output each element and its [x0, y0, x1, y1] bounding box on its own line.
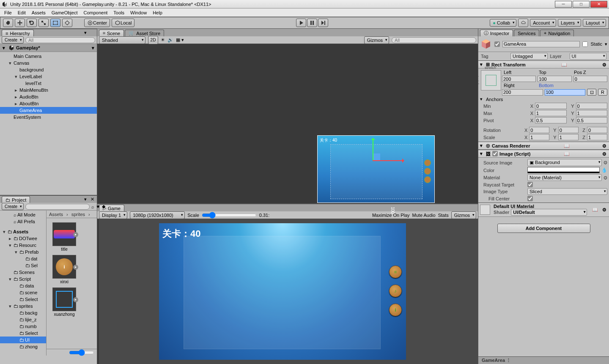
rect-tool[interactable]: [50, 19, 60, 27]
panel-options-icon[interactable]: ▾: [82, 196, 88, 202]
rot-x[interactable]: [529, 127, 549, 133]
hierarchy-tab[interactable]: ≡Hierarchy: [2, 30, 34, 36]
hierarchy-item[interactable]: ▾LevelLabel: [0, 73, 97, 80]
fold-icon[interactable]: ▾: [480, 62, 484, 67]
project-asset[interactable]: ▸xuanzhong: [51, 287, 78, 317]
scale-y[interactable]: [558, 134, 579, 140]
hierarchy-item[interactable]: EventSystem: [0, 114, 97, 120]
hierarchy-item[interactable]: ▸AudioBtn: [0, 93, 97, 100]
project-tree-item[interactable]: 🗀Sel: [0, 262, 46, 269]
menu-edit[interactable]: Edit: [18, 10, 26, 15]
scene-view[interactable]: 关卡：40 100: [97, 44, 478, 203]
scale-z[interactable]: [587, 134, 607, 140]
scale-x[interactable]: [529, 134, 549, 140]
space-local-toggle[interactable]: Local: [112, 19, 134, 27]
anchor-max-x[interactable]: [535, 110, 567, 116]
project-tree-item[interactable]: 🗀UI: [0, 337, 46, 343]
image-type-dropdown[interactable]: Sliced: [527, 188, 607, 195]
project-grid[interactable]: ▸titlei▸xinxi▸xuanzhong: [47, 218, 97, 349]
fav-filter-icon[interactable]: ★: [96, 204, 100, 209]
source-image-field[interactable]: ▣ Background: [527, 159, 602, 166]
filter-icon[interactable]: ⌕: [91, 204, 94, 209]
services-tab[interactable]: Services: [514, 30, 539, 36]
fold-icon[interactable]: ▾: [480, 151, 484, 156]
layer-dropdown[interactable]: UI: [570, 53, 607, 60]
type-filter-icon[interactable]: ◆: [102, 204, 105, 209]
account-dropdown[interactable]: Account: [530, 19, 556, 27]
game-about-button[interactable]: i: [389, 304, 402, 316]
project-tree-item[interactable]: ▾🗀Prefab: [0, 249, 46, 255]
hierarchy-tree[interactable]: Main Camera▾Canvasbackground▾LevelLabell…: [0, 52, 97, 195]
component-help-icon[interactable]: 📖: [561, 62, 566, 67]
navigation-tab[interactable]: ⌖Navigation: [540, 30, 574, 36]
pivot-y[interactable]: [576, 117, 608, 123]
top-field[interactable]: [538, 76, 571, 82]
anchor-min-x[interactable]: [535, 103, 567, 109]
menu-help[interactable]: Help: [153, 10, 162, 15]
project-tree-item[interactable]: ▾🗀Script: [0, 276, 46, 282]
object-picker-icon[interactable]: ⊙: [604, 160, 607, 165]
scene-context-icon[interactable]: ▾: [92, 45, 94, 51]
project-tree-item[interactable]: ▾🗀Resourc: [0, 242, 46, 249]
fold-icon[interactable]: ▾: [480, 143, 484, 148]
right-field[interactable]: [502, 89, 543, 96]
project-tree-item[interactable]: 🗀zhong: [0, 343, 46, 350]
cloud-button[interactable]: [518, 19, 528, 27]
hierarchy-item[interactable]: ▸AboutBtn: [0, 100, 97, 107]
panel-options-icon[interactable]: ▾: [82, 30, 88, 36]
tag-dropdown[interactable]: Untagged: [510, 53, 548, 60]
object-picker-icon[interactable]: ⊙: [604, 175, 607, 181]
hierarchy-item[interactable]: ▸MainMenuBtn: [0, 87, 97, 93]
asset-store-tab[interactable]: 🛒Asset Store: [125, 30, 164, 36]
static-checkbox[interactable]: [582, 41, 588, 47]
anchor-max-y[interactable]: [576, 110, 608, 116]
fill-center-checkbox[interactable]: [527, 196, 533, 201]
hierarchy-search[interactable]: [25, 37, 95, 43]
component-help-icon[interactable]: 📖: [564, 151, 569, 156]
maximize-button[interactable]: □: [573, 1, 590, 8]
shading-dropdown[interactable]: Shaded: [99, 36, 145, 44]
hierarchy-item[interactable]: levelTxt: [0, 80, 97, 87]
component-gear-icon[interactable]: ⚙: [602, 62, 607, 67]
gameobject-active-checkbox[interactable]: [494, 41, 500, 47]
scale-slider[interactable]: [202, 212, 257, 219]
project-tree-item[interactable]: 🗀Scenes: [0, 269, 46, 276]
project-tree[interactable]: ⌕All Mode ⌕All Prefa ▾🗀Assets▸🗀DOTwee▾🗀R…: [0, 211, 47, 356]
rot-z[interactable]: [587, 127, 607, 133]
posz-field[interactable]: [573, 76, 607, 82]
menu-assets[interactable]: Assets: [32, 10, 46, 15]
game-audio-button[interactable]: ♪: [389, 285, 402, 297]
menu-file[interactable]: File: [4, 10, 12, 15]
hierarchy-item[interactable]: background: [0, 66, 97, 73]
scene-search[interactable]: [392, 37, 476, 43]
favorite-item[interactable]: ⌕All Prefa: [0, 218, 46, 225]
breadcrumb-sprites[interactable]: sprites: [71, 212, 85, 217]
fold-icon[interactable]: ▾: [480, 96, 484, 102]
stats-toggle[interactable]: Stats: [438, 213, 449, 218]
left-field[interactable]: [502, 76, 536, 82]
play-button[interactable]: [296, 19, 306, 27]
selected-rect[interactable]: [317, 135, 435, 203]
pause-button[interactable]: [307, 19, 317, 27]
scale-tool[interactable]: [38, 19, 49, 27]
hierarchy-item[interactable]: GameArea: [0, 107, 97, 114]
pivot-x[interactable]: [535, 117, 567, 123]
menu-gameobject[interactable]: GameObject: [52, 10, 78, 15]
thumbnail-size-slider[interactable]: [69, 349, 94, 356]
close-button[interactable]: ✕: [590, 1, 607, 8]
bottom-link[interactable]: Bottom: [539, 83, 572, 88]
fold-icon[interactable]: ▾: [8, 60, 13, 66]
fold-icon[interactable]: ▾: [14, 74, 19, 79]
mute-toggle[interactable]: Mute Audio: [412, 213, 436, 218]
layout-dropdown[interactable]: Layout: [583, 19, 606, 27]
color-field[interactable]: [527, 167, 600, 173]
component-gear-icon[interactable]: ⚙: [602, 151, 607, 156]
raycast-checkbox[interactable]: [527, 182, 533, 187]
pivot-center-toggle[interactable]: Center: [84, 19, 110, 27]
step-button[interactable]: [318, 19, 328, 27]
project-tree-item[interactable]: 🗀lijie_z: [0, 316, 46, 323]
display-dropdown[interactable]: Display 1: [99, 211, 127, 219]
fold-icon[interactable]: ▸: [14, 88, 19, 93]
panel-close-icon[interactable]: ✕: [89, 196, 95, 202]
layers-dropdown[interactable]: Layers: [558, 19, 581, 27]
